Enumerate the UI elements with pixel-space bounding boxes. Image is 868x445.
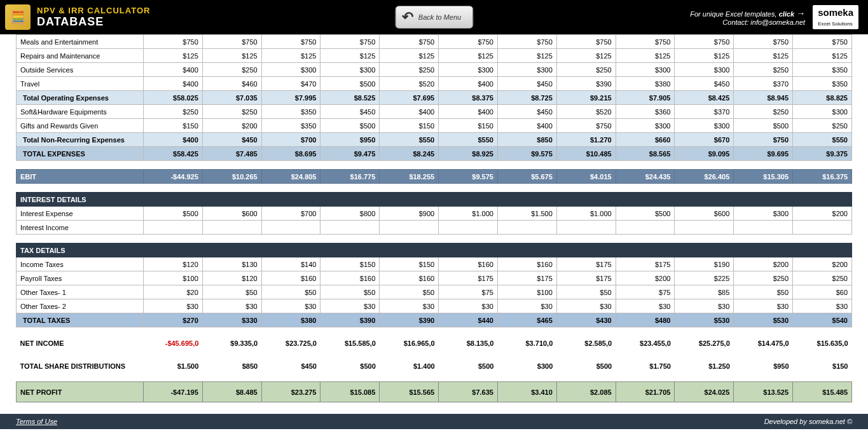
cell: $380: [616, 77, 675, 91]
someka-logo[interactable]: someka Excel Solutions: [813, 5, 858, 29]
cell: $250: [734, 271, 793, 285]
cell: $750: [675, 35, 734, 49]
row-ebit: EBIT-$44.925$10.265$24.805$16.775$18.255…: [17, 170, 852, 184]
cell: $390: [380, 313, 439, 327]
cell: $50: [380, 285, 439, 299]
cell: $30: [556, 299, 616, 313]
cell: $30: [144, 299, 203, 313]
cell: $30: [616, 299, 675, 313]
cell: $250: [793, 271, 852, 285]
cell: $150: [380, 257, 439, 271]
cell: $300: [497, 359, 556, 373]
cell: $15.305: [734, 170, 793, 184]
terms-link[interactable]: Terms of Use: [16, 418, 57, 425]
cell: $60: [793, 285, 852, 299]
cell: $1.500: [497, 207, 556, 221]
cell: -$44.925: [144, 170, 203, 184]
row-label: TOTAL EXPENSES: [17, 147, 144, 161]
cell: $750: [556, 35, 616, 49]
cell: $25.275,0: [675, 336, 734, 350]
cell: $8.825: [793, 91, 852, 105]
cell: $250: [793, 119, 852, 133]
cell: $480: [616, 313, 675, 327]
app-logo-icon: 🧮: [5, 4, 31, 30]
back-to-menu-button[interactable]: ↶ Back to Menu: [395, 6, 473, 29]
cell: $440: [439, 313, 498, 327]
cell: $3.410: [497, 382, 556, 402]
cell: $950: [734, 359, 793, 373]
cell: $270: [144, 313, 203, 327]
cell: $125: [261, 49, 320, 63]
cell: $250: [202, 105, 261, 119]
cell: $125: [320, 49, 380, 63]
cell: $21.705: [616, 382, 675, 402]
cell: $300: [439, 63, 498, 77]
cell: $750: [497, 35, 556, 49]
cell: [734, 221, 793, 235]
cell: $125: [734, 49, 793, 63]
cell: $400: [439, 77, 498, 91]
row-label: EBIT: [17, 170, 144, 184]
cell: $330: [202, 313, 261, 327]
cell: $300: [320, 63, 380, 77]
cell: $300: [616, 119, 675, 133]
cell: [380, 221, 439, 235]
cell: $2.585,0: [556, 336, 616, 350]
cell: $370: [734, 77, 793, 91]
cell: $450: [675, 77, 734, 91]
cell: $125: [616, 49, 675, 63]
cell: $130: [202, 257, 261, 271]
cell: $30: [380, 299, 439, 313]
cell: $520: [556, 105, 616, 119]
back-button-label: Back to Menu: [418, 13, 461, 21]
row-label: Repairs and Maintenance: [17, 49, 144, 63]
cell: $50: [202, 285, 261, 299]
title-block: NPV & IRR CALCULATOR DATABASE: [37, 6, 150, 29]
section-head-inthead: INTEREST DETAILS: [17, 193, 852, 207]
cell: $450: [202, 133, 261, 147]
cell: [497, 221, 556, 235]
cell: $125: [439, 49, 498, 63]
cell: [202, 221, 261, 235]
cell: $250: [380, 63, 439, 77]
cell: $7.905: [616, 91, 675, 105]
cell: $150: [439, 119, 498, 133]
cell: $24.435: [616, 170, 675, 184]
cell: $500: [144, 207, 203, 221]
cell: $500: [320, 119, 380, 133]
cell: $750: [380, 35, 439, 49]
cell: $150: [144, 119, 203, 133]
cell: $300: [497, 63, 556, 77]
cell: $50: [320, 285, 380, 299]
cell: $7.695: [380, 91, 439, 105]
row-label: NET PROFIT: [17, 382, 144, 402]
cell: $300: [675, 63, 734, 77]
cell: $350: [261, 105, 320, 119]
cell: $160: [439, 257, 498, 271]
cell: [320, 221, 380, 235]
cell: $175: [497, 271, 556, 285]
cell: $750: [439, 35, 498, 49]
cell: $225: [675, 271, 734, 285]
cell: $175: [616, 257, 675, 271]
cell: $7.995: [261, 91, 320, 105]
cell: $120: [144, 257, 203, 271]
row-ot2: Other Taxes- 2$30$30$30$30$30$30$30$30$3…: [17, 299, 852, 313]
cell: $8.725: [497, 91, 556, 105]
cell: $100: [497, 285, 556, 299]
row-totnr: Total Non-Recurring Expenses$400$450$700…: [17, 133, 852, 147]
cell: $125: [497, 49, 556, 63]
cell: $550: [793, 133, 852, 147]
cell: $200: [202, 119, 261, 133]
cell: $2.085: [556, 382, 616, 402]
cell: $530: [675, 313, 734, 327]
row-intexp: Interest Expense$500$600$700$800$900$1.0…: [17, 207, 852, 221]
cell: $125: [793, 49, 852, 63]
cell: $670: [675, 133, 734, 147]
cell: $9.215: [556, 91, 616, 105]
cell: $85: [675, 285, 734, 299]
row-label: Income Taxes: [17, 257, 144, 271]
row-label: Soft&Hardware Equipments: [17, 105, 144, 119]
cell: $15.085: [320, 382, 380, 402]
cell: $14.475,0: [734, 336, 793, 350]
